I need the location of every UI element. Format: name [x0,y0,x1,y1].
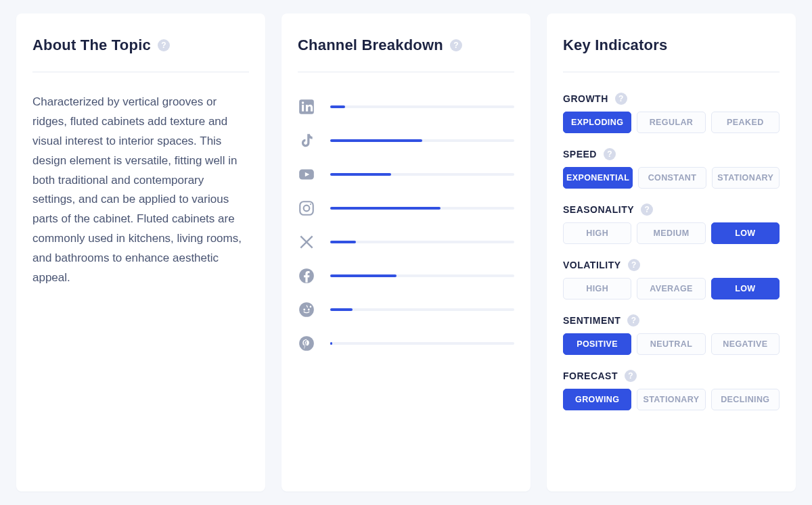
indicator-title-row: FORECAST? [563,370,780,382]
facebook-icon [298,267,315,285]
indicator-option[interactable]: STATIONARY [637,389,705,410]
channel-bar-track [330,308,514,311]
channel-title-row: Channel Breakdown ? [298,37,514,54]
divider [298,72,514,72]
channel-bar-track [330,342,514,345]
channel-row [298,301,514,318]
svg-point-8 [299,302,314,317]
channel-title: Channel Breakdown [298,37,443,54]
indicator-option[interactable]: PEAKED [711,112,780,133]
channel-row [298,132,514,149]
indicator-title-row: VOLATILITY? [563,259,780,271]
youtube-icon [298,166,315,183]
channel-bar-fill [330,342,332,345]
indicator-option[interactable]: MEDIUM [637,222,705,244]
instagram-icon [298,199,315,217]
indicator-title-row: SPEED? [563,148,780,160]
indicator-option[interactable]: REGULAR [637,112,705,133]
indicator-group: SEASONALITY?HIGHMEDIUMLOW [563,203,780,244]
channel-bar-fill [330,173,391,176]
indicator-group: VOLATILITY?HIGHAVERAGELOW [563,259,780,299]
channel-bar-track [330,105,514,108]
indicator-option[interactable]: LOW [711,222,780,244]
help-icon[interactable]: ? [628,259,640,271]
indicator-title: GROWTH [563,93,608,104]
channel-bar-fill [330,241,356,243]
indicator-options: HIGHAVERAGELOW [563,278,780,299]
channel-bar-track [330,207,514,210]
indicator-title-row: GROWTH? [563,93,780,105]
indicator-group: SPEED?EXPONENTIALCONSTANTSTATIONARY [563,148,780,189]
indicator-option[interactable]: NEUTRAL [637,333,705,355]
channel-bar-fill [330,274,397,277]
about-title: About The Topic [32,37,151,54]
indicator-options: GROWINGSTATIONARYDECLINING [563,389,780,410]
channel-row [298,335,514,352]
svg-point-12 [299,336,314,351]
svg-point-2 [302,101,304,103]
help-icon[interactable]: ? [641,203,653,216]
indicator-title-row: SENTIMENT? [563,314,780,327]
svg-point-6 [310,203,311,205]
indicator-option[interactable]: STATIONARY [712,167,780,189]
tiktok-icon [298,132,315,149]
channel-bar-fill [330,308,353,311]
linkedin-icon [298,98,315,116]
indicator-options: HIGHMEDIUMLOW [563,222,780,244]
svg-point-5 [304,206,310,212]
indicator-option[interactable]: GROWING [563,389,631,410]
indicator-option[interactable]: LOW [711,278,780,299]
indicator-option[interactable]: AVERAGE [637,278,705,299]
x-icon [298,233,315,251]
help-icon[interactable]: ? [450,39,462,51]
svg-point-11 [310,306,312,308]
pinterest-icon [298,335,315,352]
indicators-card: Key Indicators GROWTH?EXPLODINGREGULARPE… [547,14,796,491]
indicator-group: SENTIMENT?POSITIVENEUTRALNEGATIVE [563,314,780,355]
indicator-option[interactable]: POSITIVE [563,333,631,355]
svg-rect-4 [300,201,313,215]
indicator-option[interactable]: HIGH [563,278,631,299]
channel-list [298,98,514,352]
channel-card: Channel Breakdown ? [281,14,531,491]
indicators-title-row: Key Indicators [563,37,780,54]
indicator-options: EXPONENTIALCONSTANTSTATIONARY [563,167,780,189]
indicator-option[interactable]: DECLINING [711,389,780,410]
indicator-option[interactable]: EXPLODING [563,112,631,133]
indicator-group: GROWTH?EXPLODINGREGULARPEAKED [563,93,780,133]
about-text: Characterized by vertical grooves or rid… [32,93,249,288]
svg-rect-1 [302,105,304,112]
channel-row [298,98,514,116]
channel-bar-track [330,241,514,243]
channel-row [298,267,514,285]
indicators-title: Key Indicators [563,37,667,54]
svg-point-9 [303,309,305,311]
indicator-title: SEASONALITY [563,204,634,215]
indicator-title: FORECAST [563,370,618,381]
indicator-option[interactable]: CONSTANT [638,167,706,189]
help-icon[interactable]: ? [158,39,170,51]
help-icon[interactable]: ? [625,370,637,382]
channel-row [298,233,514,251]
channel-bar-fill [330,105,345,108]
indicator-options: EXPLODINGREGULARPEAKED [563,112,780,133]
indicator-option[interactable]: HIGH [563,222,631,244]
about-title-row: About The Topic ? [32,37,249,54]
help-icon[interactable]: ? [604,148,616,160]
svg-point-10 [308,309,310,311]
divider [563,72,780,72]
indicator-group: FORECAST?GROWINGSTATIONARYDECLINING [563,370,780,410]
help-icon[interactable]: ? [615,93,627,105]
channel-bar-track [330,274,514,277]
channel-bar-track [330,173,514,176]
indicator-title-row: SEASONALITY? [563,203,780,216]
help-icon[interactable]: ? [627,314,639,327]
indicator-option[interactable]: NEGATIVE [711,333,780,355]
about-card: About The Topic ? Characterized by verti… [16,14,265,491]
channel-bar-fill [330,139,422,142]
reddit-icon [298,301,315,318]
channel-bar-track [330,139,514,142]
divider [32,72,249,72]
indicator-options: POSITIVENEUTRALNEGATIVE [563,333,780,355]
indicator-option[interactable]: EXPONENTIAL [563,167,633,189]
